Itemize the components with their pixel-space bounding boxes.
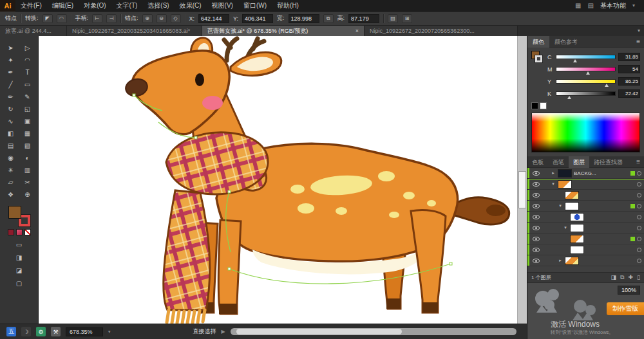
magenta-value[interactable]: 54 bbox=[618, 65, 640, 73]
rotate-tool[interactable]: ↻ bbox=[5, 104, 17, 114]
gradient-tool[interactable]: ▧ bbox=[21, 140, 34, 151]
tab-pathfinder[interactable]: 路径查找器 bbox=[589, 156, 627, 168]
visibility-toggle[interactable] bbox=[531, 204, 540, 208]
cyan-slider[interactable] bbox=[556, 55, 616, 59]
free-transform-tool[interactable]: ▣ bbox=[21, 116, 34, 126]
artboard-canvas[interactable] bbox=[39, 36, 527, 324]
new-layer-icon[interactable]: ✚ bbox=[629, 274, 634, 281]
screen-mode-button[interactable]: ▢ bbox=[13, 278, 26, 288]
visibility-toggle[interactable] bbox=[531, 259, 540, 263]
symbol-sprayer-tool[interactable]: ✳ bbox=[5, 165, 17, 175]
show-handles-button[interactable]: ⊢ bbox=[92, 14, 102, 23]
blend-tool[interactable]: ◐ bbox=[21, 152, 34, 163]
visibility-toggle[interactable] bbox=[531, 182, 540, 187]
layer-row[interactable] bbox=[527, 212, 644, 223]
menu-view[interactable]: 视图(V) bbox=[207, 0, 238, 12]
close-icon[interactable]: × bbox=[355, 26, 359, 36]
deer-illustration[interactable] bbox=[39, 36, 527, 324]
visibility-toggle[interactable] bbox=[531, 226, 540, 230]
target-circle-icon[interactable] bbox=[637, 193, 641, 197]
ime-wubi-icon[interactable]: 五 bbox=[6, 327, 16, 336]
layer-row[interactable]: ▾ bbox=[527, 179, 644, 190]
slider-thumb[interactable] bbox=[586, 71, 590, 75]
tab-layers[interactable]: 图层 bbox=[569, 156, 589, 168]
layer-thumbnail[interactable] bbox=[570, 246, 584, 254]
menu-file[interactable]: 文件(F) bbox=[15, 0, 47, 12]
type-tool[interactable]: T bbox=[21, 67, 34, 77]
ime-settings-icon[interactable]: ⚙ bbox=[36, 327, 46, 336]
target-circle-icon[interactable] bbox=[637, 237, 641, 241]
visibility-toggle[interactable] bbox=[531, 193, 540, 197]
delete-layer-icon[interactable]: ▯ bbox=[637, 274, 640, 281]
tab-brushes[interactable]: 画笔 bbox=[548, 156, 569, 168]
layer-thumbnail[interactable] bbox=[565, 202, 579, 210]
target-circle-icon[interactable] bbox=[637, 248, 641, 252]
disclosure-icon[interactable]: ▸ bbox=[551, 170, 556, 176]
width-tool[interactable]: ∿ bbox=[5, 116, 17, 126]
panel-menu-icon[interactable]: ≡ bbox=[632, 38, 644, 45]
eyedropper-tool[interactable]: ◉ bbox=[5, 152, 17, 163]
ime-mode-icon[interactable]: ☽ bbox=[21, 327, 31, 336]
menu-type[interactable]: 文字(T) bbox=[111, 0, 143, 12]
target-circle-icon[interactable] bbox=[637, 259, 641, 263]
hand-tool[interactable]: ❖ bbox=[5, 189, 17, 199]
scale-tool[interactable]: ◱ bbox=[21, 104, 34, 114]
yellow-value[interactable]: 86.25 bbox=[618, 77, 640, 86]
target-circle-icon[interactable] bbox=[637, 226, 641, 230]
pen-tool[interactable]: ✒ bbox=[5, 67, 17, 77]
lasso-tool[interactable]: ◠ bbox=[21, 55, 34, 65]
fill-swatch[interactable] bbox=[8, 206, 21, 219]
layer-row[interactable] bbox=[527, 234, 644, 244]
doc-tab-2[interactable]: Nipic_10922672_20200325203401665083.ai* bbox=[67, 26, 202, 36]
panel-menu-icon[interactable]: ≡ bbox=[632, 158, 644, 165]
layer-thumbnail[interactable] bbox=[570, 213, 584, 221]
doc-tab-3-active[interactable]: 芭蕾舞女孩.ai* @ 678.35% (RGB/预览) × bbox=[202, 26, 365, 36]
slider-thumb[interactable] bbox=[605, 84, 609, 87]
vertical-scrollbar-thumb[interactable] bbox=[518, 171, 526, 208]
visibility-toggle[interactable] bbox=[531, 248, 540, 252]
target-circle-icon[interactable] bbox=[637, 204, 641, 208]
disclosure-icon[interactable]: ▾ bbox=[558, 203, 563, 208]
visibility-toggle[interactable] bbox=[531, 215, 540, 219]
none-swatch-mini[interactable] bbox=[24, 229, 31, 235]
width-input[interactable]: 128.998 bbox=[289, 14, 319, 23]
slice-tool[interactable]: ✂ bbox=[21, 177, 34, 187]
artboard-tool[interactable]: ▱ bbox=[5, 177, 17, 187]
menu-edit[interactable]: 编辑(E) bbox=[47, 0, 79, 12]
menu-window[interactable]: 窗口(W) bbox=[238, 0, 272, 12]
pencil-tool[interactable]: ✎ bbox=[21, 91, 34, 102]
stroke-swatch-mini[interactable] bbox=[535, 55, 542, 62]
column-graph-tool[interactable]: ▥ bbox=[21, 165, 34, 175]
workspace-switcher[interactable]: 基本功能 bbox=[600, 1, 626, 10]
yellow-slider[interactable] bbox=[556, 79, 616, 84]
horizontal-scrollbar[interactable] bbox=[231, 328, 516, 335]
x-input[interactable]: 642.144 bbox=[198, 14, 229, 23]
black-slider[interactable] bbox=[556, 91, 616, 96]
target-circle-icon[interactable] bbox=[637, 171, 641, 176]
tab-swatches[interactable]: 色板 bbox=[527, 156, 548, 168]
layer-thumbnail[interactable] bbox=[558, 180, 572, 188]
zoom-level-field[interactable]: 678.35% bbox=[66, 327, 103, 336]
y-input[interactable]: 406.341 bbox=[242, 14, 273, 23]
tab-overflow-icon[interactable]: ▾ bbox=[634, 26, 644, 36]
rectangle-tool[interactable]: ▭ bbox=[21, 79, 34, 89]
vertical-scrollbar[interactable] bbox=[517, 36, 527, 324]
make-snow-button[interactable]: 制作雪版 bbox=[607, 302, 644, 315]
disclosure-icon[interactable]: ▸ bbox=[558, 258, 563, 263]
menu-effect[interactable]: 效果(C) bbox=[175, 0, 207, 12]
layer-name[interactable]: BACKG... bbox=[574, 170, 629, 176]
height-input[interactable]: 87.179 bbox=[348, 14, 379, 23]
gradient-swatch-mini[interactable] bbox=[16, 229, 23, 235]
color-swatch-mini[interactable] bbox=[8, 229, 14, 235]
layer-row[interactable] bbox=[527, 244, 644, 255]
black-value[interactable]: 22.42 bbox=[618, 89, 640, 98]
convert-smooth-button[interactable]: ◠ bbox=[57, 14, 67, 23]
disclosure-icon[interactable]: ▾ bbox=[563, 225, 568, 230]
layer-thumbnail[interactable] bbox=[570, 235, 584, 243]
slider-thumb[interactable] bbox=[567, 96, 571, 99]
arrange-docs-icon[interactable]: ▤ bbox=[588, 2, 594, 9]
slider-thumb[interactable] bbox=[573, 59, 577, 62]
layer-row[interactable]: ▾ bbox=[527, 223, 644, 234]
perspective-grid-tool[interactable]: ▦ bbox=[21, 128, 34, 138]
transform-menu-icon[interactable]: ▤ bbox=[388, 14, 398, 23]
